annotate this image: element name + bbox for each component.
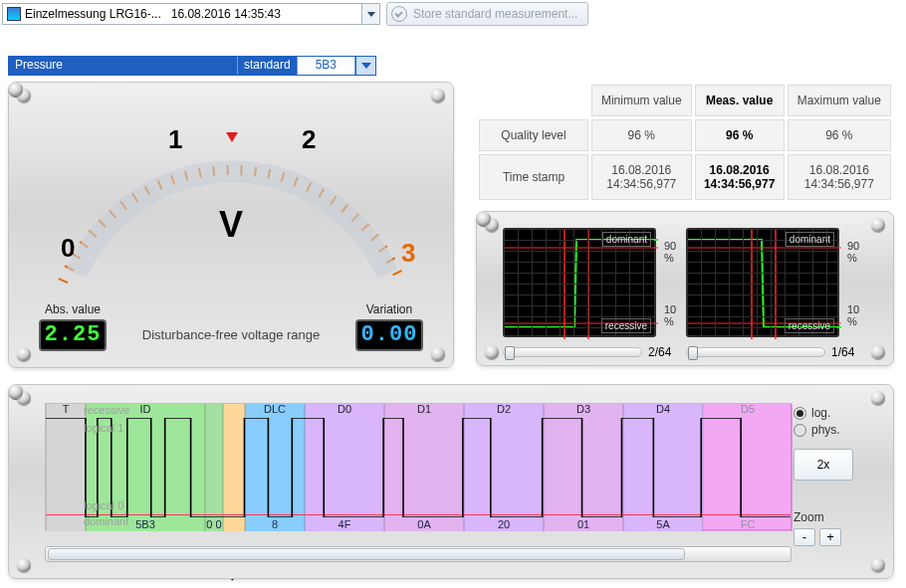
chevron-down-icon[interactable] (361, 4, 379, 24)
check-circle-icon (391, 6, 407, 22)
svg-marker-4 (226, 132, 238, 142)
time-min: 16.08.201614:34:56,977 (591, 154, 692, 200)
scope-rising: dominant recessive 90 % 10 % (503, 228, 656, 337)
scope-recessive-label: recessive (601, 318, 651, 333)
row-time-label: Time stamp (479, 154, 588, 200)
chevron-down-icon[interactable] (355, 57, 375, 75)
col-min: Minimum value (591, 85, 692, 116)
col-max: Maximum value (788, 85, 891, 116)
radio-icon (793, 407, 806, 420)
scope-falling: dominant recessive 90 % 10 % (686, 228, 839, 337)
measurement-stats-table: Minimum value Meas. value Maximum value … (476, 82, 894, 203)
store-standard-measurement-button[interactable]: Store standard measurement... (386, 2, 588, 26)
edge-scope-panel: dominant recessive 90 % 10 % dominant re… (476, 211, 894, 366)
scope2-slider[interactable] (686, 347, 825, 357)
store-label: Store standard measurement... (413, 7, 577, 21)
zoom-in-button[interactable]: + (819, 528, 841, 546)
variation-label: Variation (355, 302, 423, 316)
filter-id: 5B3 (298, 57, 355, 75)
quality-max: 96 % (788, 119, 891, 151)
measurement-select[interactable]: Einzelmessung LRG16-... 16.08.2016 14:35… (2, 3, 380, 25)
zoom-label: Zoom (793, 510, 871, 524)
scope1-fraction: 2/64 (648, 345, 671, 359)
gauge-face: 0 1 2 3 (27, 93, 437, 311)
abs-value-display: 2.25 (39, 319, 107, 351)
scope-dominant-label: dominant (786, 232, 834, 247)
time-max: 16.08.201614:34:56,977 (788, 154, 891, 200)
scope1-slider[interactable] (503, 347, 642, 357)
mode-physical-radio[interactable]: phys. (793, 423, 871, 437)
signal-filter-select[interactable]: Pressure standard 5B3 (8, 56, 376, 76)
zoom-2x-button[interactable]: 2x (793, 449, 853, 481)
row-recessive: recessive (84, 404, 153, 416)
timeline-scrollbar[interactable] (45, 546, 792, 562)
svg-text:2: 2 (302, 124, 316, 154)
quality-min: 96 % (591, 119, 692, 151)
scope-recessive-label: recessive (785, 318, 834, 333)
row-quality-label: Quality level (479, 119, 588, 151)
measurement-timestamp: 16.08.2016 14:35:43 (171, 7, 281, 21)
scope-dominant-label: dominant (602, 232, 651, 247)
mode-logical-radio[interactable]: log. (793, 406, 871, 420)
abs-value-label: Abs. value (39, 302, 107, 316)
radio-icon (793, 424, 806, 437)
app-icon (7, 7, 21, 21)
col-meas: Meas. value (695, 85, 785, 116)
variation-display: 0.00 (355, 319, 423, 351)
time-meas: 16.08.201614:34:56,977 (695, 154, 785, 200)
row-dominant: dominant (84, 515, 153, 527)
measurement-name: Einzelmessung LRG16-... (25, 7, 161, 21)
row-logical1: logical 1 (84, 422, 153, 434)
row-logical0: logical 0 (84, 499, 153, 511)
frame-timeline-panel: T ID5B3 0 0 DLC8 D04F D10A D220 D301 D45… (8, 384, 894, 579)
gauge-unit: V (9, 207, 453, 243)
filter-field: Pressure (9, 57, 238, 75)
quality-meas: 96 % (695, 119, 785, 151)
scope2-fraction: 1/64 (831, 345, 854, 359)
filter-mode: standard (238, 57, 298, 75)
zoom-out-button[interactable]: - (793, 528, 815, 546)
timeline-canvas[interactable]: T ID5B3 0 0 DLC8 D04F D10A D220 D301 D45… (45, 403, 792, 530)
svg-text:1: 1 (168, 124, 182, 154)
voltage-gauge-panel: 0 1 2 3 V Disturbance-free voltage range… (8, 82, 454, 368)
